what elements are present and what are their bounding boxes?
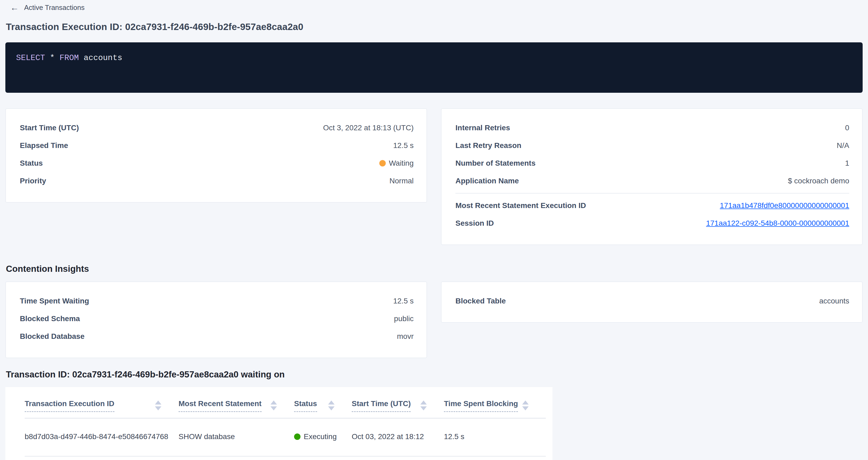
statement-execution-id-link[interactable]: 171aa1b478fdf0e80000000000000001 xyxy=(720,201,849,210)
elapsed-time-value: 12.5 s xyxy=(393,141,414,150)
summary-cards-row: Start Time (UTC) Oct 3, 2022 at 18:13 (U… xyxy=(5,108,863,245)
blocked-schema-label: Blocked Schema xyxy=(20,314,80,323)
last-retry-reason-label: Last Retry Reason xyxy=(456,141,521,150)
column-header-time-spent-blocking[interactable]: Time Spent Blocking xyxy=(444,387,546,418)
column-header-start-time[interactable]: Start Time (UTC) xyxy=(352,387,444,418)
session-id-row: Session ID 171aa122-c092-54b8-0000-00000… xyxy=(456,214,849,232)
cell-status: Executing xyxy=(294,418,352,456)
table-header-row: Transaction Execution ID Most Recent Sta… xyxy=(25,387,546,418)
time-spent-waiting-value: 12.5 s xyxy=(393,297,414,305)
status-executing-dot-icon xyxy=(294,433,301,440)
status-value: Waiting xyxy=(379,159,414,167)
card-divider xyxy=(456,193,849,193)
contention-insights-heading: Contention Insights xyxy=(6,264,863,274)
session-id-link[interactable]: 171aa122-c092-54b8-0000-000000000001 xyxy=(706,219,849,227)
application-name-label: Application Name xyxy=(456,177,519,185)
blocked-database-value: movr xyxy=(397,332,414,341)
details-card: Internal Retries 0 Last Retry Reason N/A… xyxy=(441,108,863,245)
internal-retries-row: Internal Retries 0 xyxy=(456,119,849,137)
cell-time-spent-blocking: 12.5 s xyxy=(444,418,546,456)
sql-star: * xyxy=(50,53,55,62)
number-of-statements-label: Number of Statements xyxy=(456,159,536,167)
sql-keyword-from: FROM xyxy=(60,53,79,62)
column-label: Status xyxy=(294,399,317,412)
table-row: b8d7d03a-d497-446b-8474-e50846674768 SHO… xyxy=(25,418,546,456)
application-name-value: $ cockroach demo xyxy=(788,177,849,185)
blocked-table-label: Blocked Table xyxy=(456,297,506,305)
sql-keyword-select: SELECT xyxy=(16,53,45,62)
blocked-schema-row: Blocked Schema public xyxy=(20,310,414,328)
sort-arrows-icon xyxy=(328,400,335,410)
start-time-row: Start Time (UTC) Oct 3, 2022 at 18:13 (U… xyxy=(20,119,414,137)
number-of-statements-row: Number of Statements 1 xyxy=(456,154,849,172)
priority-value: Normal xyxy=(390,177,414,185)
cell-start-time: Oct 03, 2022 at 18:12 xyxy=(352,418,444,456)
column-header-most-recent-statement[interactable]: Most Recent Statement xyxy=(179,387,294,418)
column-header-status[interactable]: Status xyxy=(294,387,352,418)
cell-most-recent-statement: SHOW database xyxy=(179,418,294,456)
column-label: Start Time (UTC) xyxy=(352,399,411,412)
elapsed-time-row: Elapsed Time 12.5 s xyxy=(20,137,414,154)
back-arrow-icon: ← xyxy=(10,3,19,12)
application-name-row: Application Name $ cockroach demo xyxy=(456,172,849,190)
column-label: Most Recent Statement xyxy=(179,399,261,412)
status-label: Status xyxy=(20,159,43,167)
last-retry-reason-row: Last Retry Reason N/A xyxy=(456,137,849,154)
contention-right-card: Blocked Table accounts xyxy=(441,281,863,323)
blocked-table-row: Blocked Table accounts xyxy=(456,292,849,310)
status-executing-text: Executing xyxy=(304,432,337,441)
sql-statement-box: SELECT * FROM accounts xyxy=(5,42,863,93)
number-of-statements-value: 1 xyxy=(845,159,849,167)
internal-retries-label: Internal Retries xyxy=(456,124,510,132)
waiting-transactions-table: Transaction Execution ID Most Recent Sta… xyxy=(25,387,546,457)
status-waiting-text: Waiting xyxy=(389,159,414,167)
status-row: Status Waiting xyxy=(20,154,414,172)
page-title: Transaction Execution ID: 02ca7931-f246-… xyxy=(6,22,863,32)
breadcrumb-label: Active Transactions xyxy=(24,3,85,12)
cell-transaction-execution-id: b8d7d03a-d497-446b-8474-e50846674768 xyxy=(25,418,179,456)
elapsed-time-label: Elapsed Time xyxy=(20,141,68,150)
sort-arrows-icon xyxy=(155,400,161,410)
time-spent-waiting-row: Time Spent Waiting 12.5 s xyxy=(20,292,414,310)
column-label: Transaction Execution ID xyxy=(25,399,115,412)
sql-table-name: accounts xyxy=(84,53,122,62)
status-waiting-dot-icon xyxy=(379,160,386,166)
blocked-schema-value: public xyxy=(394,314,414,323)
time-spent-waiting-label: Time Spent Waiting xyxy=(20,297,89,305)
sort-arrows-icon xyxy=(522,400,529,410)
transaction-details-page: ← Active Transactions Transaction Execut… xyxy=(0,0,868,460)
last-retry-reason-value: N/A xyxy=(837,141,849,150)
internal-retries-value: 0 xyxy=(845,124,849,132)
priority-label: Priority xyxy=(20,177,46,185)
contention-left-card: Time Spent Waiting 12.5 s Blocked Schema… xyxy=(5,281,427,358)
column-label: Time Spent Blocking xyxy=(444,399,518,412)
waiting-on-heading: Transaction ID: 02ca7931-f246-469b-b2fe-… xyxy=(6,369,863,379)
blocked-table-value: accounts xyxy=(819,297,849,305)
column-header-transaction-execution-id[interactable]: Transaction Execution ID xyxy=(25,387,179,418)
session-id-label: Session ID xyxy=(456,219,494,227)
blocked-database-label: Blocked Database xyxy=(20,332,85,341)
waiting-transactions-panel: Transaction Execution ID Most Recent Sta… xyxy=(5,387,553,460)
sort-arrows-icon xyxy=(420,400,427,410)
start-time-value: Oct 3, 2022 at 18:13 (UTC) xyxy=(323,124,414,132)
blocked-database-row: Blocked Database movr xyxy=(20,328,414,345)
statement-execution-id-label: Most Recent Statement Execution ID xyxy=(456,201,586,210)
sort-arrows-icon xyxy=(271,400,277,410)
back-to-active-transactions[interactable]: ← Active Transactions xyxy=(5,0,85,12)
priority-row: Priority Normal xyxy=(20,172,414,190)
overview-card: Start Time (UTC) Oct 3, 2022 at 18:13 (U… xyxy=(5,108,427,203)
statement-execution-id-row: Most Recent Statement Execution ID 171aa… xyxy=(456,197,849,214)
start-time-label: Start Time (UTC) xyxy=(20,124,79,132)
contention-cards-row: Time Spent Waiting 12.5 s Blocked Schema… xyxy=(5,281,863,358)
